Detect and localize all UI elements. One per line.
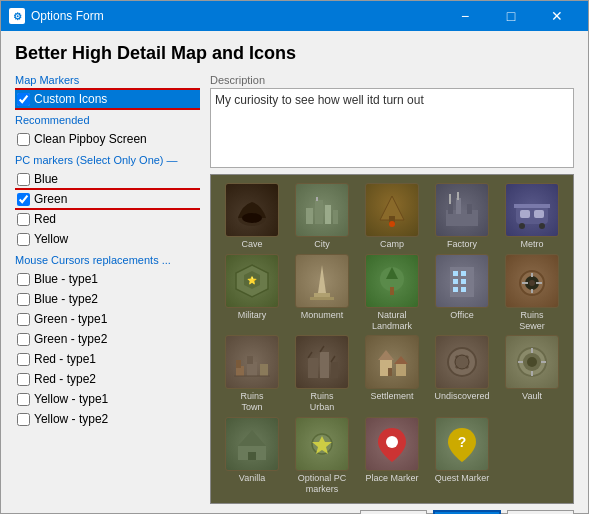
svg-rect-51: [396, 364, 406, 376]
icon-item-office[interactable]: Office: [429, 254, 495, 332]
svg-marker-25: [318, 265, 326, 293]
checkbox-green-type2[interactable]: Green - type2: [15, 330, 200, 348]
svg-rect-18: [534, 210, 544, 218]
icon-img-place-marker: [365, 417, 419, 471]
icon-grid-container: CaveCityCampFactoryMetro⭐MilitaryMonumen…: [210, 174, 574, 504]
icon-item-camp[interactable]: Camp: [359, 183, 425, 250]
icon-item-vault[interactable]: Vault: [499, 335, 565, 413]
icon-img-ruins-urban: [295, 335, 349, 389]
svg-rect-36: [453, 287, 458, 292]
cancel-button[interactable]: Cancel: [507, 510, 574, 514]
checkbox-custom-icons-input[interactable]: [17, 93, 30, 106]
checkbox-yellow-label: Yellow: [34, 232, 68, 246]
icon-label-cave: Cave: [241, 239, 262, 250]
checkbox-yellow[interactable]: Yellow: [15, 230, 200, 248]
description-section: Description: [210, 74, 574, 168]
checkbox-blue-type2-input[interactable]: [17, 293, 30, 306]
icon-img-city: [295, 183, 349, 237]
close-button[interactable]: ✕: [534, 1, 580, 31]
checkbox-yellow-input[interactable]: [17, 233, 30, 246]
description-textarea[interactable]: [210, 88, 574, 168]
checkbox-green-type2-input[interactable]: [17, 333, 30, 346]
maximize-button[interactable]: □: [488, 1, 534, 31]
icon-item-quest-marker[interactable]: ?Quest Marker: [429, 417, 495, 495]
checkbox-blue-type2[interactable]: Blue - type2: [15, 290, 200, 308]
svg-marker-60: [238, 430, 266, 446]
icon-label-undiscovered: Undiscovered: [434, 391, 489, 402]
icon-item-ruins-sewer[interactable]: RuinsSewer: [499, 254, 565, 332]
svg-rect-12: [456, 198, 461, 214]
checkbox-yellow-type2-input[interactable]: [17, 413, 30, 426]
icon-item-metro[interactable]: Metro: [499, 183, 565, 250]
checkbox-red[interactable]: Red: [15, 210, 200, 228]
icon-item-vanilla[interactable]: Vanilla: [219, 417, 285, 495]
checkbox-red-type1-input[interactable]: [17, 353, 30, 366]
back-button[interactable]: < Back: [360, 510, 427, 514]
svg-rect-2: [306, 208, 313, 224]
icon-item-ruins-town[interactable]: RuinsTown: [219, 335, 285, 413]
checkbox-yellow-type1-input[interactable]: [17, 393, 30, 406]
icon-label-vault: Vault: [522, 391, 542, 402]
svg-rect-35: [461, 279, 466, 284]
icon-item-natural-landmark[interactable]: NaturalLandmark: [359, 254, 425, 332]
svg-point-58: [527, 357, 537, 367]
icon-item-military[interactable]: ⭐Military: [219, 254, 285, 332]
titlebar-title: Options Form: [31, 9, 104, 23]
svg-rect-14: [449, 194, 451, 204]
icon-label-metro: Metro: [520, 239, 543, 250]
icon-label-ruins-sewer: RuinsSewer: [519, 310, 545, 332]
icon-item-settlement[interactable]: Settlement: [359, 335, 425, 413]
minimize-button[interactable]: −: [442, 1, 488, 31]
finish-button[interactable]: Finish: [433, 510, 500, 514]
svg-rect-17: [520, 210, 530, 218]
checkbox-custom-icons[interactable]: Custom Icons: [15, 90, 200, 108]
svg-rect-44: [247, 356, 253, 364]
checkbox-clean-pipboy-input[interactable]: [17, 133, 30, 146]
svg-rect-3: [315, 200, 323, 224]
icon-label-camp: Camp: [380, 239, 404, 250]
icon-img-camp: [365, 183, 419, 237]
checkbox-red-type2-label: Red - type2: [34, 372, 96, 386]
svg-rect-61: [248, 452, 256, 460]
content-area: Better High Detail Map and Icons Map Mar…: [1, 31, 588, 514]
checkbox-yellow-type1[interactable]: Yellow - type1: [15, 390, 200, 408]
checkbox-yellow-type2[interactable]: Yellow - type2: [15, 410, 200, 428]
description-label: Description: [210, 74, 574, 86]
checkbox-blue-type1[interactable]: Blue - type1: [15, 270, 200, 288]
checkbox-clean-pipboy[interactable]: Clean Pipboy Screen: [15, 130, 200, 148]
icon-label-optional-pc: Optional PC markers: [289, 473, 355, 495]
checkbox-red-type1[interactable]: Red - type1: [15, 350, 200, 368]
icon-item-city[interactable]: City: [289, 183, 355, 250]
icon-item-undiscovered[interactable]: Undiscovered: [429, 335, 495, 413]
checkbox-green-type1-label: Green - type1: [34, 312, 107, 326]
svg-point-40: [529, 280, 535, 286]
checkbox-red-input[interactable]: [17, 213, 30, 226]
icon-item-cave[interactable]: Cave: [219, 183, 285, 250]
checkbox-blue-type1-input[interactable]: [17, 273, 30, 286]
icon-item-optional-pc[interactable]: Optional PC markers: [289, 417, 355, 495]
icon-item-factory[interactable]: Factory: [429, 183, 495, 250]
icon-label-settlement: Settlement: [370, 391, 413, 402]
checkbox-green-input[interactable]: [17, 193, 30, 206]
titlebar: ⚙ Options Form − □ ✕: [1, 1, 588, 31]
svg-rect-5: [333, 210, 338, 224]
svg-point-55: [455, 355, 469, 369]
checkbox-red-type2[interactable]: Red - type2: [15, 370, 200, 388]
checkbox-blue-input[interactable]: [17, 173, 30, 186]
icon-img-office: [435, 254, 489, 308]
icon-img-vault: [505, 335, 559, 389]
checkbox-red-type2-input[interactable]: [17, 373, 30, 386]
svg-rect-4: [325, 205, 331, 224]
icon-item-place-marker[interactable]: Place Marker: [359, 417, 425, 495]
checkbox-green[interactable]: Green: [15, 190, 200, 208]
checkbox-green-type1[interactable]: Green - type1: [15, 310, 200, 328]
icon-item-monument[interactable]: Monument: [289, 254, 355, 332]
icon-label-military: Military: [238, 310, 267, 321]
icon-label-vanilla: Vanilla: [239, 473, 265, 484]
checkbox-green-type1-input[interactable]: [17, 313, 30, 326]
checkbox-custom-icons-label: Custom Icons: [34, 92, 107, 106]
checkbox-green-label: Green: [34, 192, 67, 206]
icon-item-ruins-urban[interactable]: RuinsUrban: [289, 335, 355, 413]
checkbox-blue[interactable]: Blue: [15, 170, 200, 188]
left-panel: Map Markers Custom Icons Recommended Cle…: [15, 74, 200, 504]
